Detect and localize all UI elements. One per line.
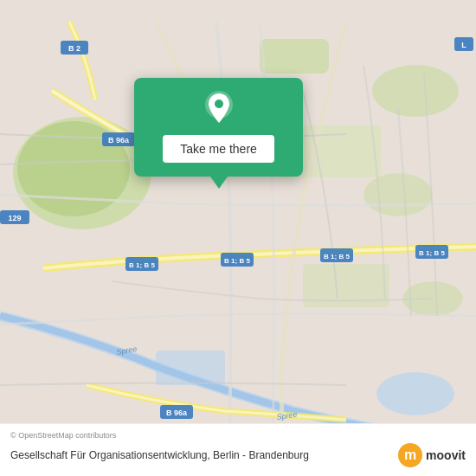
svg-text:129: 129 [8,214,21,222]
location-text: Gesellschaft Für Organisationsentwicklun… [10,449,398,461]
svg-point-6 [363,173,433,216]
attribution-text: © OpenStreetMap contributors [10,431,466,440]
svg-text:B 1; B 5: B 1; B 5 [224,257,250,265]
svg-point-34 [215,100,223,108]
svg-text:B 1; B 5: B 1; B 5 [129,261,155,269]
map-container: B 2 B 96a B 96a B 1; B 5 B 1; B 5 B 1; B… [0,0,476,476]
bottom-content: Gesellschaft Für Organisationsentwicklun… [10,443,466,467]
map-background: B 2 B 96a B 96a B 1; B 5 B 1; B 5 B 1; B… [0,0,476,476]
moovit-logo: m moovit [398,443,466,467]
svg-rect-3 [260,39,329,74]
svg-text:L: L [461,41,466,49]
svg-text:B 2: B 2 [68,44,80,53]
svg-text:B 1; B 5: B 1; B 5 [324,253,350,261]
moovit-brand-text: moovit [426,448,466,462]
svg-point-4 [372,65,459,117]
take-me-there-button[interactable]: Take me there [163,135,274,163]
popup-card: Take me there [134,78,303,177]
svg-text:B 96a: B 96a [166,408,188,417]
svg-text:B 1; B 5: B 1; B 5 [419,249,445,257]
location-pin-icon [201,90,237,126]
bottom-bar: © OpenStreetMap contributors Gesellschaf… [0,423,476,476]
svg-point-10 [376,372,454,415]
moovit-m-icon: m [398,443,422,467]
svg-text:B 96a: B 96a [108,136,130,145]
